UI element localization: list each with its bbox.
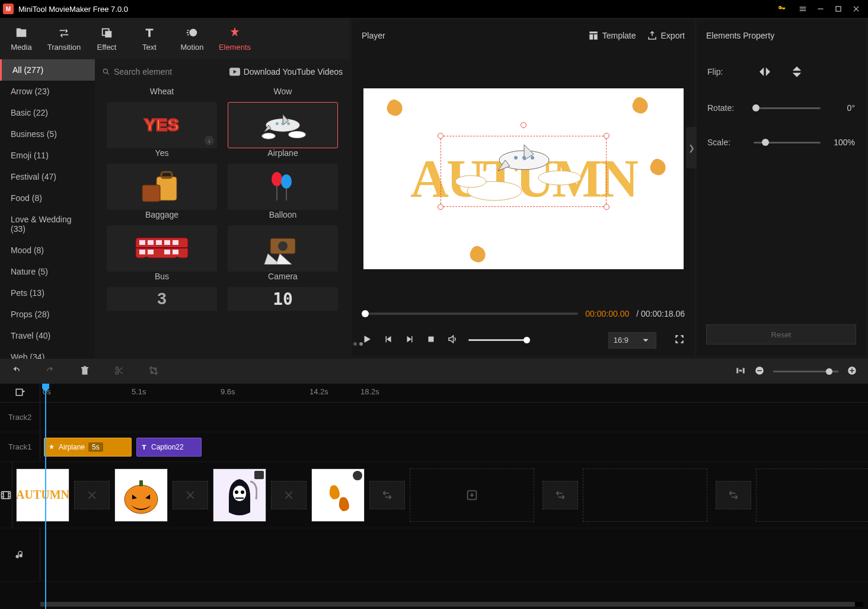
premium-key-icon[interactable]	[777, 4, 787, 15]
tab-elements[interactable]: Elements	[213, 23, 256, 55]
clip-caption[interactable]: Caption22	[136, 438, 202, 457]
tab-media[interactable]: Media	[0, 23, 43, 55]
element-camera[interactable]	[228, 225, 338, 272]
category-item[interactable]: All (277)	[0, 59, 95, 81]
timeline-scrollbar[interactable]	[40, 602, 863, 607]
tab-text[interactable]: Text	[128, 23, 171, 55]
scale-slider[interactable]	[754, 142, 821, 144]
audio-track-body[interactable]	[40, 528, 868, 581]
empty-media-slot[interactable]	[583, 468, 707, 522]
media-thumb-reaper[interactable]	[213, 468, 266, 522]
video-track-body[interactable]: AUTUMN	[12, 462, 868, 528]
element-label-wheat: Wheat	[107, 87, 217, 96]
minimize-icon[interactable]	[812, 0, 829, 18]
svg-rect-20	[136, 247, 188, 248]
transition-slot[interactable]	[173, 481, 208, 509]
fullscreen-icon[interactable]	[674, 334, 685, 346]
template-button[interactable]: Template	[588, 30, 636, 41]
empty-media-slot[interactable]	[756, 468, 868, 522]
playhead[interactable]	[45, 384, 46, 609]
rotate-slider[interactable]	[754, 107, 821, 109]
export-button[interactable]: Export	[647, 30, 685, 41]
track2-body[interactable]	[40, 403, 868, 432]
track1-label: Track1	[0, 432, 40, 461]
category-item[interactable]: Love & Wedding (33)	[0, 209, 95, 240]
media-thumb-pumpkin[interactable]	[114, 468, 168, 522]
zoom-out-icon[interactable]	[754, 365, 765, 378]
prev-frame-icon[interactable]	[383, 334, 394, 346]
element-label: Yes	[107, 148, 217, 158]
category-item[interactable]: Web (34)	[0, 346, 95, 359]
element-bus[interactable]	[107, 225, 217, 272]
crop-icon[interactable]	[148, 365, 159, 378]
stop-icon[interactable]	[426, 334, 436, 346]
category-item[interactable]: Props (28)	[0, 304, 95, 325]
text-icon	[141, 444, 148, 451]
fit-timeline-icon[interactable]	[735, 365, 746, 378]
zoom-slider[interactable]	[773, 371, 838, 372]
seek-slider[interactable]	[362, 313, 578, 315]
tab-motion[interactable]: Motion	[171, 23, 213, 55]
transition-slot[interactable]	[542, 481, 578, 509]
empty-media-slot[interactable]	[410, 468, 534, 522]
element-baggage[interactable]	[107, 164, 217, 210]
category-item[interactable]: Festival (47)	[0, 166, 95, 187]
add-track-icon[interactable]	[0, 384, 40, 402]
preview-canvas[interactable]: AUTUMN	[363, 88, 684, 269]
youtube-icon	[229, 68, 240, 76]
split-icon[interactable]	[114, 365, 125, 378]
track2-label: Track2	[0, 403, 40, 432]
time-ruler[interactable]: 0s 5.1s 9.6s 14.2s 18.2s	[40, 384, 868, 402]
element-yes[interactable]: YES ↓	[107, 102, 217, 148]
svg-rect-47	[16, 389, 23, 396]
track1-body[interactable]: Airplane 5s Caption22	[40, 432, 868, 461]
category-item[interactable]: Travel (40)	[0, 325, 95, 346]
maximize-icon[interactable]	[829, 0, 847, 18]
redo-icon[interactable]	[45, 365, 56, 378]
element-airplane[interactable]	[228, 102, 338, 148]
download-icon[interactable]: ↓	[205, 136, 214, 145]
transition-slot[interactable]	[271, 481, 307, 509]
transition-slot[interactable]	[369, 481, 405, 509]
selection-box[interactable]	[441, 136, 607, 207]
search-input[interactable]: Search element	[102, 67, 224, 76]
svg-point-51	[233, 486, 246, 501]
clip-airplane[interactable]: Airplane 5s	[44, 438, 132, 457]
volume-slider[interactable]	[468, 339, 528, 341]
flip-vertical-icon[interactable]	[786, 65, 808, 78]
play-icon[interactable]	[362, 334, 372, 346]
delete-icon[interactable]	[79, 365, 90, 378]
scale-label: Scale:	[707, 138, 744, 147]
category-item[interactable]: Business (5)	[0, 123, 95, 145]
category-item[interactable]: Emoji (11)	[0, 145, 95, 166]
media-thumb-leaves[interactable]	[311, 468, 365, 522]
close-icon[interactable]	[847, 0, 865, 18]
transition-slot[interactable]	[74, 481, 110, 509]
panel-expand-handle[interactable]: ❯	[686, 127, 697, 168]
menu-icon[interactable]	[794, 0, 812, 18]
undo-icon[interactable]	[11, 365, 21, 378]
element-countdown-b[interactable]: 10	[228, 287, 338, 311]
transition-slot[interactable]	[716, 481, 751, 509]
download-youtube-link[interactable]: Download YouTube Videos	[229, 67, 343, 76]
reset-button[interactable]: Reset	[706, 324, 856, 345]
element-countdown-a[interactable]: 3	[107, 287, 217, 311]
aspect-select[interactable]: 16:9	[608, 332, 656, 349]
category-item[interactable]: Arrow (23)	[0, 81, 95, 102]
zoom-in-icon[interactable]	[847, 365, 857, 378]
volume-icon[interactable]	[447, 334, 458, 346]
element-balloon[interactable]	[228, 164, 338, 210]
category-item[interactable]: Pets (13)	[0, 282, 95, 304]
media-thumb-autumn[interactable]: AUTUMN	[16, 468, 69, 522]
category-item[interactable]: Basic (22)	[0, 102, 95, 123]
scale-value: 100%	[830, 138, 855, 147]
next-frame-icon[interactable]	[404, 334, 415, 346]
category-item[interactable]: Mood (8)	[0, 240, 95, 261]
tab-effect[interactable]: Effect	[85, 23, 128, 55]
svg-rect-26	[139, 250, 145, 254]
element-label: Balloon	[228, 210, 338, 219]
category-item[interactable]: Nature (5)	[0, 261, 95, 282]
tab-transition[interactable]: Transition	[43, 23, 85, 55]
category-item[interactable]: Food (8)	[0, 187, 95, 209]
flip-horizontal-icon[interactable]	[754, 65, 776, 78]
